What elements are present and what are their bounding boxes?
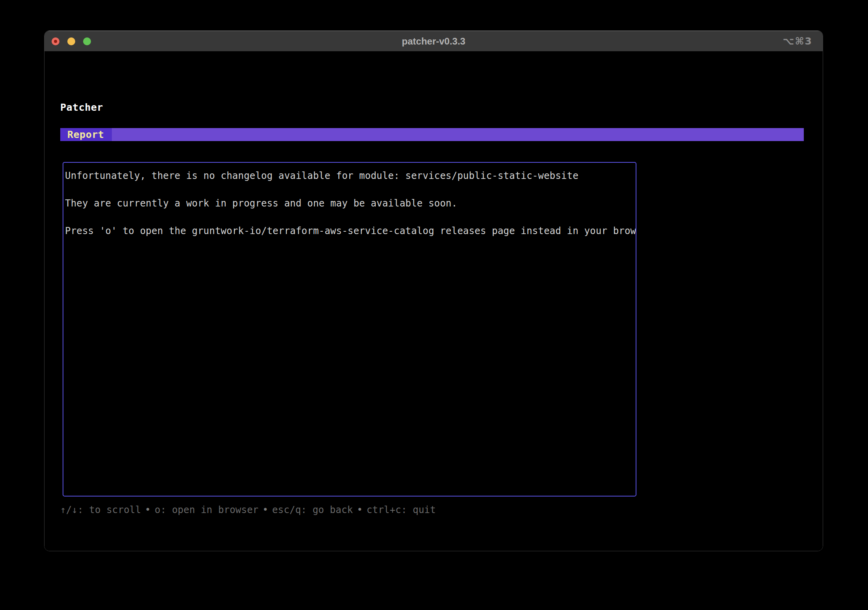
- terminal-window: patcher-v0.3.3 ⌥⌘3 Patcher Report Unfort…: [44, 30, 823, 551]
- tab-bar: Report: [60, 128, 804, 141]
- close-button[interactable]: [52, 37, 59, 45]
- hint-quit: ctrl+c: quit: [367, 504, 436, 515]
- hint-go-back: esc/q: go back: [272, 504, 353, 515]
- bullet-separator-icon: •: [353, 504, 367, 515]
- bullet-separator-icon: •: [141, 504, 155, 515]
- window-shortcut-badge: ⌥⌘3: [783, 31, 812, 52]
- page-title: Patcher: [60, 102, 103, 113]
- tab-report-label: Report: [67, 129, 104, 140]
- hint-scroll: ↑/↓: to scroll: [60, 504, 141, 515]
- changelog-line: Press 'o' to open the gruntwork-io/terra…: [65, 224, 636, 238]
- hint-open-browser: o: open in browser: [155, 504, 259, 515]
- minimize-button[interactable]: [67, 37, 75, 45]
- window-title: patcher-v0.3.3: [45, 36, 823, 47]
- changelog-line: Unfortunately, there is no changelog ava…: [65, 169, 636, 183]
- patcher-app-screen: Patcher Report Unfortunately, there is n…: [45, 51, 823, 551]
- changelog-panel[interactable]: Unfortunately, there is no changelog ava…: [63, 162, 636, 497]
- changelog-line: They are currently a work in progress an…: [65, 197, 636, 210]
- window-titlebar[interactable]: patcher-v0.3.3 ⌥⌘3: [45, 31, 823, 51]
- traffic-lights: [45, 37, 91, 45]
- zoom-button[interactable]: [83, 37, 91, 45]
- keybinding-help-bar: ↑/↓: to scroll•o: open in browser•esc/q:…: [60, 504, 436, 515]
- bullet-separator-icon: •: [258, 504, 272, 515]
- tab-report[interactable]: Report: [60, 128, 112, 141]
